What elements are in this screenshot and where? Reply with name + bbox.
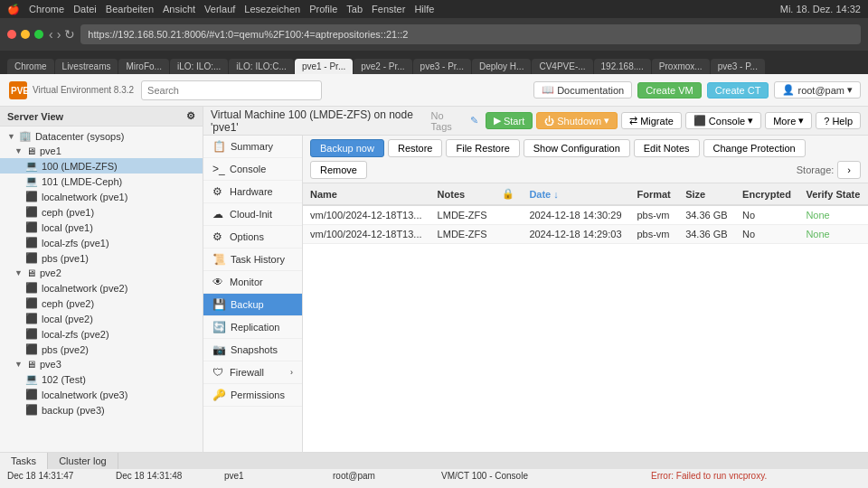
more-button[interactable]: More ▾ [765, 112, 812, 129]
tab-pve2[interactable]: pve2 - Pr... [354, 59, 411, 74]
tree-node-local-zfs-pve1[interactable]: ⬛ local-zfs (pve1) [0, 235, 203, 250]
close-button[interactable] [7, 30, 16, 39]
minimize-button[interactable] [21, 30, 30, 39]
nav-options[interactable]: ⚙ Options [203, 226, 302, 249]
menu-verlauf[interactable]: Verlauf [204, 4, 235, 14]
nav-summary[interactable]: 📋 Summary [203, 136, 302, 158]
menu-bearbeiten[interactable]: Bearbeiten [106, 4, 154, 14]
tab-chrome[interactable]: Chrome [7, 59, 54, 74]
tree-node-localnetwork-pve3[interactable]: ⬛ localnetwork (pve3) [0, 387, 203, 402]
nav-backup[interactable]: 💾 Backup [203, 294, 302, 316]
col-format[interactable]: Format [629, 183, 678, 205]
nav-replication[interactable]: 🔄 Replication [203, 316, 302, 339]
tree-node-pbs-pve2[interactable]: ⬛ pbs (pve2) [0, 342, 203, 357]
tree-node-ceph-pve2[interactable]: ⬛ ceph (pve2) [0, 296, 203, 311]
create-vm-button[interactable]: Create VM [637, 82, 702, 99]
menu-lesezeichen[interactable]: Lesezeichen [244, 4, 300, 14]
cell-name: vm/100/2024-12-18T13... [303, 205, 430, 225]
tab-pve3[interactable]: pve3 - Pr... [413, 59, 471, 74]
col-notes[interactable]: Notes [430, 183, 495, 205]
tree-node-pbs-pve1[interactable]: ⬛ pbs (pve1) [0, 250, 203, 266]
backup-data-table: Name Notes 🔒 Date ↓ Format Size Encrypte… [303, 183, 868, 244]
nav-firewall[interactable]: 🛡 Firewall › [203, 361, 302, 384]
tree-node-pve1[interactable]: ▼ 🖥 pve1 [0, 144, 203, 158]
mac-datetime: Mi. 18. Dez. 14:32 [780, 4, 861, 14]
back-button[interactable]: ‹ [49, 27, 53, 42]
file-restore-button[interactable]: File Restore [446, 139, 519, 157]
col-date[interactable]: Date ↓ [522, 183, 629, 205]
book-icon: 📖 [542, 84, 554, 96]
tab-deploy[interactable]: Deploy H... [472, 59, 531, 74]
tab-livestreams[interactable]: Livestreams [55, 59, 118, 74]
tree-node-pve2[interactable]: ▼ 🖥 pve2 [0, 266, 203, 280]
col-verify[interactable]: Verify State [798, 183, 868, 205]
tab-ip1[interactable]: 192.168.... [594, 59, 651, 74]
apple-icon[interactable]: 🍎 [7, 4, 20, 15]
address-bar[interactable] [80, 24, 861, 44]
user-menu-button[interactable]: 👤 root@pam ▾ [774, 81, 861, 99]
tree-node-local-zfs-pve2[interactable]: ⬛ local-zfs (pve2) [0, 326, 203, 342]
tab-mirofo[interactable]: MiroFo... [118, 59, 168, 74]
tab-pve3b[interactable]: pve3 - P... [711, 59, 765, 74]
tree-node-datacenter[interactable]: ▼ 🏢 Datacenter (sysops) [0, 128, 203, 144]
tab-tasks[interactable]: Tasks [0, 453, 48, 469]
tree-node-ceph-pve1[interactable]: ⬛ ceph (pve1) [0, 204, 203, 220]
search-input[interactable] [141, 80, 322, 100]
create-ct-button[interactable]: Create CT [707, 82, 769, 99]
tab-ilo1[interactable]: iLO: ILO:... [170, 59, 228, 74]
forward-button[interactable]: › [57, 27, 61, 42]
reload-button[interactable]: ↻ [64, 27, 75, 42]
documentation-button[interactable]: 📖 Documentation [533, 81, 632, 99]
tree-node-vm100[interactable]: 💻 100 (LMDE-ZFS) [0, 158, 203, 174]
nav-console[interactable]: >_ Console [203, 158, 302, 181]
tree-node-vm102[interactable]: 💻 102 (Test) [0, 371, 203, 387]
help-button[interactable]: ? Help [816, 112, 861, 129]
tree-node-localnetwork-pve2[interactable]: ⬛ localnetwork (pve2) [0, 280, 203, 296]
tab-cv4pve[interactable]: CV4PVE-... [532, 59, 592, 74]
menu-profile[interactable]: Profile [309, 4, 337, 14]
show-configuration-button[interactable]: Show Configuration [524, 139, 630, 157]
col-name[interactable]: Name [303, 183, 430, 205]
tree-node-backup-pve3[interactable]: ⬛ backup (pve3) [0, 402, 203, 418]
table-row[interactable]: vm/100/2024-12-18T13... LMDE-ZFS 2024-12… [303, 225, 868, 244]
migrate-button[interactable]: ⇄ Migrate [621, 112, 682, 129]
tree-node-local-pve2[interactable]: ⬛ local (pve2) [0, 311, 203, 326]
edit-notes-button[interactable]: Edit Notes [634, 139, 700, 157]
permissions-icon: 🔑 [212, 389, 226, 401]
backup-toolbar: Backup now Restore File Restore Show Con… [303, 136, 868, 183]
start-button[interactable]: ▶ Start [486, 112, 533, 129]
tree-node-vm101[interactable]: 💻 101 (LMDE-Ceph) [0, 174, 203, 189]
tab-cluster-log[interactable]: Cluster log [48, 453, 118, 469]
nav-monitor[interactable]: 👁 Monitor [203, 271, 302, 294]
table-row[interactable]: vm/100/2024-12-18T13... LMDE-ZFS 2024-12… [303, 205, 868, 225]
nav-permissions[interactable]: 🔑 Permissions [203, 384, 302, 407]
nav-hardware[interactable]: ⚙ Hardware [203, 181, 302, 203]
shutdown-button[interactable]: ⏻ Shutdown ▾ [536, 112, 618, 129]
menu-hilfe[interactable]: Hilfe [414, 4, 434, 14]
tree-node-local-pve1[interactable]: ⬛ local (pve1) [0, 220, 203, 235]
edit-tags-icon[interactable]: ✎ [470, 115, 478, 127]
remove-button[interactable]: Remove [310, 161, 367, 179]
gear-icon[interactable]: ⚙ [186, 110, 195, 122]
menu-datei[interactable]: Datei [73, 4, 97, 14]
console-button[interactable]: ⬛ Console ▾ [685, 112, 761, 129]
nav-task-history[interactable]: 📜 Task History [203, 249, 302, 271]
nav-cloud-init[interactable]: ☁ Cloud-Init [203, 203, 302, 226]
menu-ansicht[interactable]: Ansicht [163, 4, 195, 14]
menu-tab[interactable]: Tab [346, 4, 363, 14]
col-encrypted[interactable]: Encrypted [735, 183, 798, 205]
backup-now-button[interactable]: Backup now [310, 139, 384, 157]
nav-snapshots[interactable]: 📷 Snapshots [203, 339, 302, 361]
tab-proxmox2[interactable]: Proxmox... [652, 59, 710, 74]
change-protection-button[interactable]: Change Protection [703, 139, 806, 157]
tree-node-localnetwork-pve1[interactable]: ⬛ localnetwork (pve1) [0, 189, 203, 204]
app-name[interactable]: Chrome [29, 4, 64, 14]
tab-pve1[interactable]: pve1 - Pr... [295, 59, 353, 74]
col-size[interactable]: Size [678, 183, 735, 205]
maximize-button[interactable] [34, 30, 43, 39]
menu-fenster[interactable]: Fenster [372, 4, 405, 14]
restore-button[interactable]: Restore [388, 139, 443, 157]
tab-ilo2[interactable]: iLO: ILO:C... [229, 59, 294, 74]
tree-node-pve3[interactable]: ▼ 🖥 pve3 [0, 357, 203, 371]
storage-nav-next[interactable]: › [837, 161, 861, 179]
